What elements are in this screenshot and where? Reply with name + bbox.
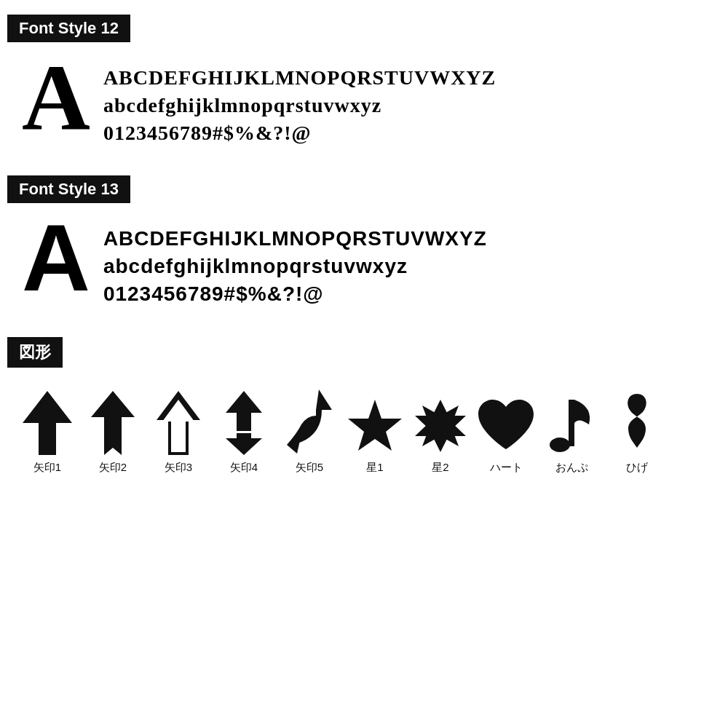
svg-marker-0 [23,391,72,455]
shape-label-arrow5: 矢印5 [296,461,323,475]
font-style-13-big-letter: A [22,210,90,305]
font-style-12-line1: ABCDEFGHIJKLMNOPQRSTUVWXYZ [103,64,496,92]
font-style-13-line1: ABCDEFGHIJKLMNOPQRSTUVWXYZ [103,225,487,253]
heart-icon [475,389,537,455]
arrow1-icon [23,389,72,455]
star2-icon [411,389,470,455]
shape-item-moustache: ひげ [604,389,670,475]
shape-item-star1: 星1 [342,389,408,475]
shape-item-arrow3: 矢印3 [146,389,211,475]
shape-label-heart: ハート [490,461,523,475]
shape-label-arrow4: 矢印4 [230,461,258,475]
star1-icon [346,389,404,455]
font-style-12-label: Font Style 12 [7,15,130,42]
shape-item-star2: 星2 [408,389,473,475]
font-style-12-line3: 0123456789#$%&?!@ [103,119,496,147]
moustache-icon [622,389,652,455]
font-style-12-demo: A ABCDEFGHIJKLMNOPQRSTUVWXYZ abcdefghijk… [7,50,713,154]
arrow3-icon [157,389,200,455]
font-style-13-line3: 0123456789#$%&?!@ [103,280,487,308]
font-style-13-char-lines: ABCDEFGHIJKLMNOPQRSTUVWXYZ abcdefghijklm… [103,218,487,307]
svg-marker-5 [226,391,262,431]
shape-label-music: おんぷ [555,461,588,475]
shapes-label: 図形 [7,337,63,368]
font-style-13-label: Font Style 13 [7,175,130,203]
arrow5-icon [287,389,332,455]
shape-label-star1: 星1 [366,461,383,475]
page: Font Style 12 A ABCDEFGHIJKLMNOPQRSTUVWX… [0,0,728,728]
shape-item-arrow5: 矢印5 [277,389,342,475]
shapes-section: 図形 矢印1 矢印2 [7,337,713,475]
shape-item-music: おんぷ [539,389,604,475]
arrow4-icon [226,389,262,455]
shape-label-arrow3: 矢印3 [165,461,192,475]
shape-item-arrow1: 矢印1 [15,389,80,475]
shape-label-star2: 星2 [432,461,448,475]
shapes-grid: 矢印1 矢印2 [7,375,713,475]
music-icon [550,389,593,455]
font-style-12-line2: abcdefghijklmnopqrstuvwxyz [103,92,496,119]
shape-item-arrow4: 矢印4 [211,389,277,475]
shape-label-arrow1: 矢印1 [33,461,61,475]
svg-marker-8 [348,400,402,451]
svg-rect-12 [569,400,574,446]
arrow2-icon [91,389,135,455]
font-style-13-line2: abcdefghijklmnopqrstuvwxyz [103,253,487,280]
shape-item-heart: ハート [473,389,539,475]
shape-item-arrow2: 矢印2 [80,389,146,475]
font-style-12-char-lines: ABCDEFGHIJKLMNOPQRSTUVWXYZ abcdefghijklm… [103,57,496,146]
svg-point-11 [550,438,570,452]
font-style-13-demo: A ABCDEFGHIJKLMNOPQRSTUVWXYZ abcdefghijk… [7,210,713,314]
shape-label-moustache: ひげ [626,461,648,475]
shape-label-arrow2: 矢印2 [99,461,127,475]
font-style-12-section: Font Style 12 A ABCDEFGHIJKLMNOPQRSTUVWX… [7,15,713,154]
svg-marker-6 [226,433,262,455]
font-style-12-big-letter: A [22,50,90,144]
font-style-13-section: Font Style 13 A ABCDEFGHIJKLMNOPQRSTUVWX… [7,175,713,314]
